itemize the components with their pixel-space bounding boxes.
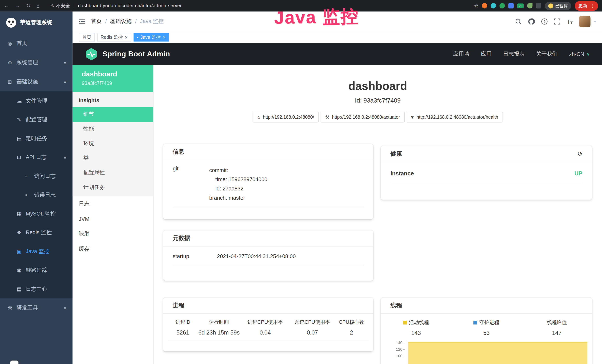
- sidebar-item-error-logs[interactable]: ▫ 错误日志: [0, 185, 73, 204]
- dashboard-icon: ◎: [8, 40, 17, 46]
- tab-home[interactable]: 首页: [79, 33, 95, 42]
- sba-nav-wallboard[interactable]: 应用墙: [453, 51, 469, 57]
- sba-item-environment[interactable]: 环境: [73, 136, 153, 151]
- sba-nav-about[interactable]: 关于我们: [536, 51, 558, 57]
- active-threads-value: 143: [381, 330, 451, 336]
- bookmark-star-icon[interactable]: ☆: [474, 3, 478, 9]
- sidebar-item-log-center[interactable]: ▤ 日志中心: [0, 280, 73, 298]
- help-icon[interactable]: ?: [541, 18, 548, 24]
- sba-nav-applications[interactable]: 应用: [481, 51, 492, 57]
- database-icon: ▦: [17, 211, 26, 217]
- sba-logo-icon[interactable]: [85, 48, 98, 61]
- process-col-pid: 进程ID: [168, 319, 198, 326]
- legend-daemon-threads-icon: [473, 321, 477, 324]
- sidebar-item-mysql-monitor[interactable]: ▦ MySQL 监控: [0, 204, 73, 223]
- home-icon[interactable]: ⌂: [36, 3, 40, 9]
- health-instance-label: Instance: [390, 170, 414, 177]
- actuator-url-link[interactable]: ⚒ http://192.168.0.2:48080/actuator: [321, 112, 405, 123]
- process-val-cpu: 0.04: [240, 329, 290, 336]
- app-logo-row[interactable]: 芋道管理系统: [0, 11, 73, 34]
- tab-redis-monitor[interactable]: Redis 监控 ×: [97, 33, 131, 42]
- cloud-icon: ☁: [17, 98, 26, 104]
- sidebar-item-access-logs[interactable]: ▫ 访问日志: [0, 167, 73, 185]
- instance-name: dashboard: [82, 70, 144, 78]
- service-url-link[interactable]: ⌂ http://192.168.0.2:48080/: [253, 112, 319, 123]
- sba-item-classes[interactable]: 类: [73, 151, 153, 166]
- sidebar-item-file-management[interactable]: ☁ 文件管理: [0, 91, 73, 110]
- sidebar-item-home[interactable]: ◎ 首页: [0, 34, 73, 53]
- extension-icon-green[interactable]: [499, 3, 505, 9]
- floating-widget[interactable]: [10, 361, 18, 364]
- chrome-update-button[interactable]: 更新 ⋮: [575, 1, 598, 11]
- instance-header[interactable]: dashboard 93a3fc7f7409: [73, 65, 153, 92]
- sba-item-details[interactable]: 细节: [73, 107, 153, 122]
- sba-item-metrics[interactable]: 性能: [73, 122, 153, 136]
- process-col-uptime: 运行时间: [198, 319, 240, 326]
- process-card: 进程 进程ID 5261 运行时间 6d 23h 15m 59s: [163, 298, 373, 351]
- sba-item-caches[interactable]: 缓存: [73, 242, 153, 257]
- sba-item-scheduled-tasks[interactable]: 计划任务: [73, 180, 153, 195]
- site-security[interactable]: ⚠ 不安全: [50, 2, 70, 9]
- sba-navbar: Spring Boot Admin 应用墙 应用 日志报表 关于我们 zh-CN…: [73, 43, 602, 65]
- monitor-icon: ▣: [17, 248, 26, 254]
- divider: [74, 3, 74, 9]
- sidebar-item-dev-tools[interactable]: ⚒ 研发工具 ∨: [0, 298, 73, 318]
- doc-icon: ▫: [25, 192, 34, 198]
- instance-links: ⌂ http://192.168.0.2:48080/ ⚒ http://192…: [153, 112, 602, 123]
- paused-label: 已暂停: [555, 3, 568, 9]
- extension-icon-on-badge[interactable]: on: [517, 3, 524, 8]
- sidebar-item-config-management[interactable]: ✎ 配置管理: [0, 110, 73, 129]
- health-row-instance: Instance UP: [390, 170, 582, 183]
- sba-item-logs[interactable]: 日志: [73, 196, 153, 212]
- font-size-icon[interactable]: TT: [567, 18, 573, 25]
- metadata-row-startup: startup 2021-04-27T00:44:31.254+08:00: [173, 253, 364, 265]
- breadcrumb-home[interactable]: 首页: [91, 18, 102, 25]
- caret-down-icon: ▾: [594, 20, 596, 23]
- breadcrumb-infrastructure[interactable]: 基础设施: [110, 18, 132, 25]
- active-threads-area: [408, 342, 587, 364]
- extension-icon-grid[interactable]: [508, 3, 514, 9]
- extension-icon-leaf[interactable]: [527, 3, 532, 9]
- sidebar-item-system[interactable]: ⚙ 系统管理 ∨: [0, 53, 73, 72]
- forward-icon[interactable]: →: [15, 3, 20, 9]
- sba-nav-journal[interactable]: 日志报表: [503, 51, 525, 57]
- profile-paused-badge[interactable]: 已暂停: [545, 2, 571, 10]
- sba-item-mappings[interactable]: 映射: [73, 226, 153, 242]
- sba-language-select[interactable]: zh-CN ∨: [569, 51, 590, 57]
- tab-java-monitor[interactable]: ● Java 监控 ×: [133, 33, 169, 42]
- github-icon[interactable]: [528, 18, 535, 25]
- health-card-title: 健康: [390, 150, 402, 157]
- sidebar-item-api-logs[interactable]: ⊡ API 日志 ∧: [0, 148, 73, 167]
- search-icon[interactable]: [515, 18, 521, 24]
- infrastructure-submenu: ☁ 文件管理 ✎ 配置管理 ▤ 定时任务 ⊡ API 日志 ∧ ▫: [0, 91, 73, 298]
- wrench-icon: ⚒: [325, 114, 329, 120]
- sba-item-jvm[interactable]: JVM: [73, 212, 153, 226]
- extensions-puzzle-icon[interactable]: [536, 3, 541, 9]
- fullscreen-icon[interactable]: [554, 18, 560, 24]
- screen: ← → ↻ ⌂ ⚠ 不安全 dashboard.yudao.iocoder.cn…: [0, 0, 602, 364]
- reload-icon[interactable]: ↻: [26, 3, 31, 9]
- hamburger-icon[interactable]: [79, 19, 85, 24]
- gear-icon: ⚙: [8, 60, 17, 65]
- sidebar-item-tracing[interactable]: ◉ 链路追踪: [0, 261, 73, 279]
- sba-item-config-props[interactable]: 配置属性: [73, 166, 153, 180]
- address-bar[interactable]: dashboard.yudao.iocoder.cn/infra/admin-s…: [78, 3, 182, 9]
- close-icon[interactable]: ×: [163, 35, 166, 40]
- sidebar-item-java-monitor[interactable]: ▣ Java 监控: [0, 242, 73, 261]
- warning-icon: ⚠: [50, 3, 54, 8]
- update-label: 更新: [578, 2, 588, 9]
- back-icon[interactable]: ←: [4, 3, 9, 9]
- sidebar-item-scheduled-tasks[interactable]: ▤ 定时任务: [0, 129, 73, 148]
- status-badge: UP: [574, 170, 582, 177]
- history-icon[interactable]: ↺: [577, 150, 582, 157]
- close-icon[interactable]: ×: [125, 35, 128, 40]
- sidebar-item-redis-monitor[interactable]: ❖ Redis 监控: [0, 223, 73, 242]
- health-url-link[interactable]: ♥ http://192.168.0.2:48080/actuator/heal…: [406, 112, 503, 123]
- extension-icon-drop[interactable]: [491, 3, 496, 9]
- threads-legend: 活动线程 143 守护进程 53 线程峰值 147: [381, 319, 592, 336]
- sba-brand[interactable]: Spring Boot Admin: [103, 50, 170, 58]
- sidebar-item-infrastructure[interactable]: ⊞ 基础设施 ∧: [0, 72, 73, 91]
- avatar[interactable]: [579, 16, 591, 27]
- kebab-menu-icon[interactable]: ⋮: [590, 3, 595, 9]
- extension-icon-fox[interactable]: [482, 3, 487, 9]
